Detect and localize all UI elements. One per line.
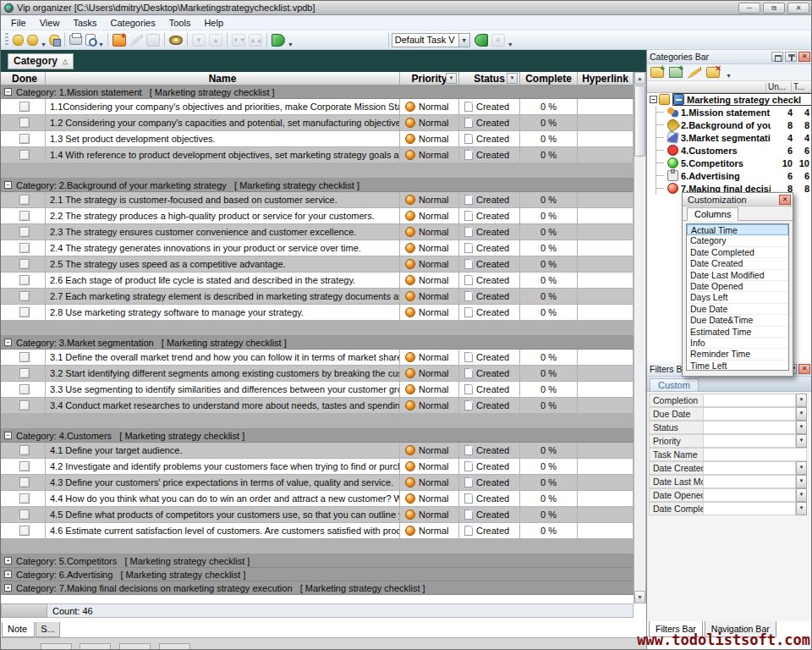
task-checkbox[interactable] xyxy=(19,118,30,128)
category-row[interactable]: −Category: 2.Background of your marketin… xyxy=(1,179,634,192)
filter-dropdown-icon[interactable]: ▼ xyxy=(796,421,807,434)
task-checkbox[interactable] xyxy=(19,384,30,394)
task-name-cell[interactable]: 4.3 Define your customers' price expecta… xyxy=(46,475,400,491)
task-name-cell[interactable]: 2.5 The strategy uses speed as a competi… xyxy=(46,256,400,273)
task-name-cell[interactable]: 2.7 Each marketing strategy element is d… xyxy=(46,289,400,305)
status-cell[interactable]: Created xyxy=(459,208,520,224)
task-checkbox[interactable] xyxy=(19,493,30,504)
columns-tab[interactable]: Columns xyxy=(687,207,738,221)
menu-item-categories[interactable]: Categories xyxy=(104,17,162,29)
view-task-icon[interactable] xyxy=(169,36,183,45)
task-row[interactable]: 4.1 Define your target audience.NormalCr… xyxy=(1,443,634,459)
tree-category-row[interactable]: 5.Competitors1010 xyxy=(647,157,812,169)
undone-column-header[interactable]: Un... xyxy=(765,82,791,91)
status-cell[interactable]: Created xyxy=(459,382,520,398)
column-option[interactable]: Due Date&Time xyxy=(687,315,788,326)
filter-value-field[interactable] xyxy=(704,407,796,421)
filter-value-field[interactable] xyxy=(704,421,796,434)
column-option[interactable]: Time Left xyxy=(687,361,788,371)
task-name-cell[interactable]: 4.6 Estimate current satisfaction level … xyxy=(46,523,400,539)
task-name-cell[interactable]: 3.1 Define the overall market trend and … xyxy=(46,350,400,366)
task-checkbox[interactable] xyxy=(19,102,30,112)
priority-cell[interactable]: Normal xyxy=(400,192,459,208)
task-row[interactable]: 3.2 Start identifying different segments… xyxy=(1,366,634,382)
collapse-icon[interactable]: − xyxy=(4,432,12,439)
column-option[interactable]: Reminder Time xyxy=(687,349,788,360)
task-name-cell[interactable]: 1.3 Set product development objectives. xyxy=(46,131,400,147)
priority-cell[interactable]: Normal xyxy=(400,115,459,131)
task-row[interactable]: 2.6 Each stage of product life cycle is … xyxy=(1,273,634,289)
task-row[interactable]: 4.6 Estimate current satisfaction level … xyxy=(1,523,634,539)
task-checkbox[interactable] xyxy=(19,352,30,362)
group-by-category-button[interactable]: Category △ xyxy=(8,53,74,69)
priority-cell[interactable]: Normal xyxy=(400,491,459,507)
collapse-icon[interactable]: − xyxy=(4,88,12,96)
task-name-cell[interactable]: 3.2 Start identifying different segments… xyxy=(46,366,400,382)
status-cell[interactable]: Created xyxy=(459,459,520,475)
task-name-cell[interactable]: 1.4 With reference to product developmen… xyxy=(46,147,400,163)
priority-cell[interactable]: Normal xyxy=(400,305,459,321)
column-option[interactable]: Date Last Modified xyxy=(687,270,788,281)
task-checkbox[interactable] xyxy=(19,307,30,317)
restore-button[interactable]: ⧉ xyxy=(763,3,785,14)
move-up-icon[interactable]: ▲ xyxy=(209,34,222,47)
filter-value-field[interactable] xyxy=(704,461,796,475)
priority-cell[interactable]: Normal xyxy=(400,273,459,289)
column-option[interactable]: Actual Time xyxy=(687,224,788,235)
task-name-cell[interactable]: 2.3 The strategy ensures customer conven… xyxy=(46,224,400,240)
menu-item-tools[interactable]: Tools xyxy=(162,17,198,29)
tree-root-row[interactable]: −Marketing strategy checkl4646 xyxy=(647,93,812,106)
tree-category-row[interactable]: 6.Advertising66 xyxy=(647,169,812,182)
task-name-cell[interactable]: 2.6 Each stage of product life cycle is … xyxy=(46,273,400,289)
print-preview-icon[interactable] xyxy=(85,34,96,46)
minimize-button[interactable]: ─ xyxy=(738,3,760,14)
task-checkbox[interactable] xyxy=(19,461,30,471)
filter-value-field[interactable] xyxy=(704,394,796,407)
status-cell[interactable]: Created xyxy=(459,273,520,289)
task-row[interactable]: 4.4 How do you think what you can do to … xyxy=(1,491,634,507)
expand-icon[interactable]: + xyxy=(4,584,12,592)
task-name-cell[interactable]: 4.5 Define what products of competitors … xyxy=(46,507,400,523)
column-option[interactable]: Date Opened xyxy=(687,281,788,292)
selected-tree-item[interactable]: Marketing strategy checkl4646 xyxy=(672,93,812,106)
total-column-header[interactable]: T... xyxy=(791,82,812,91)
print-icon[interactable] xyxy=(69,35,82,45)
edit-category-icon[interactable] xyxy=(688,67,701,78)
delete-task-icon[interactable] xyxy=(146,34,160,47)
task-checkbox[interactable] xyxy=(19,526,30,536)
menu-item-tasks[interactable]: Tasks xyxy=(66,17,103,29)
task-checkbox[interactable] xyxy=(19,150,30,160)
status-cell[interactable]: Created xyxy=(459,366,520,382)
task-name-cell[interactable]: 4.2 Investigate and identify problems yo… xyxy=(46,459,400,475)
open-database-icon[interactable] xyxy=(27,35,38,46)
status-cell[interactable]: Created xyxy=(459,523,520,539)
column-option[interactable]: Date Completed xyxy=(687,247,788,258)
task-row[interactable]: 2.8 Use marketing strategy software to m… xyxy=(1,305,634,321)
status-cell[interactable]: Created xyxy=(459,147,520,163)
note-tab-summary[interactable]: S... xyxy=(36,622,60,637)
column-header-name[interactable]: Name xyxy=(46,72,400,85)
task-row[interactable]: 3.1 Define the overall market trend and … xyxy=(1,350,634,366)
filters-close-icon[interactable]: ✕ xyxy=(798,364,810,374)
category-row[interactable]: +Category: 7.Making final decisions on m… xyxy=(1,581,634,595)
status-cell[interactable]: Created xyxy=(459,507,520,523)
task-checkbox[interactable] xyxy=(19,400,30,410)
tree-category-row[interactable]: 3.Market segmentation44 xyxy=(647,131,812,144)
save-database-icon[interactable] xyxy=(49,35,60,46)
menu-item-help[interactable]: Help xyxy=(197,17,230,29)
expand-icon[interactable]: + xyxy=(4,557,12,565)
task-checkbox[interactable] xyxy=(19,227,30,237)
grid-scrollbar[interactable]: ▲ ▼ xyxy=(634,72,646,603)
category-row[interactable]: −Category: 4.Customers [ Marketing strat… xyxy=(1,429,634,443)
task-name-cell[interactable]: 3.3 Use segmenting to identify similarit… xyxy=(46,382,400,398)
status-cell[interactable]: Created xyxy=(459,475,520,491)
status-cell[interactable]: Created xyxy=(459,240,520,256)
task-name-cell[interactable]: 1.1Considering your company's objectives… xyxy=(46,99,400,115)
status-cell[interactable]: Created xyxy=(459,192,520,208)
task-row[interactable]: 3.4 Conduct market researches to underst… xyxy=(1,398,634,414)
category-row[interactable]: −Category: 3.Market segmentation [ Marke… xyxy=(1,336,634,350)
status-cell[interactable]: Created xyxy=(459,398,520,414)
view-toolbar-dropdown-icon[interactable]: ▼ xyxy=(508,41,513,49)
scrollbar-thumb[interactable] xyxy=(634,85,645,157)
task-view-select[interactable]: Default Task V xyxy=(392,33,459,47)
